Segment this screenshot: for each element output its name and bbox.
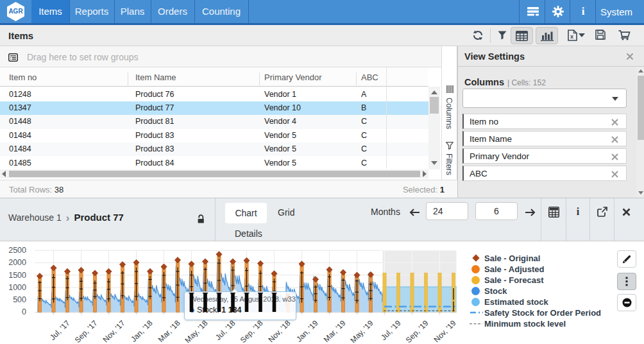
svg-text:x: x — [570, 33, 573, 40]
svg-text:Nov, '17: Nov, '17 — [101, 318, 126, 344]
svg-text:Jan, '18: Jan, '18 — [129, 318, 155, 344]
svg-text:Mar, '18: Mar, '18 — [157, 318, 182, 344]
svg-text:Nov, '19: Nov, '19 — [432, 318, 457, 344]
svg-text:0: 0 — [22, 307, 26, 316]
svg-text:2500: 2500 — [8, 246, 26, 255]
svg-text:Jul, '17: Jul, '17 — [48, 318, 72, 342]
svg-text:1500: 1500 — [8, 271, 26, 280]
svg-text:Sep, '17: Sep, '17 — [73, 318, 99, 344]
svg-text:Sep, '19: Sep, '19 — [404, 318, 430, 344]
svg-text:2000: 2000 — [8, 258, 26, 267]
svg-text:1000: 1000 — [8, 283, 26, 292]
svg-text:500: 500 — [13, 295, 26, 304]
